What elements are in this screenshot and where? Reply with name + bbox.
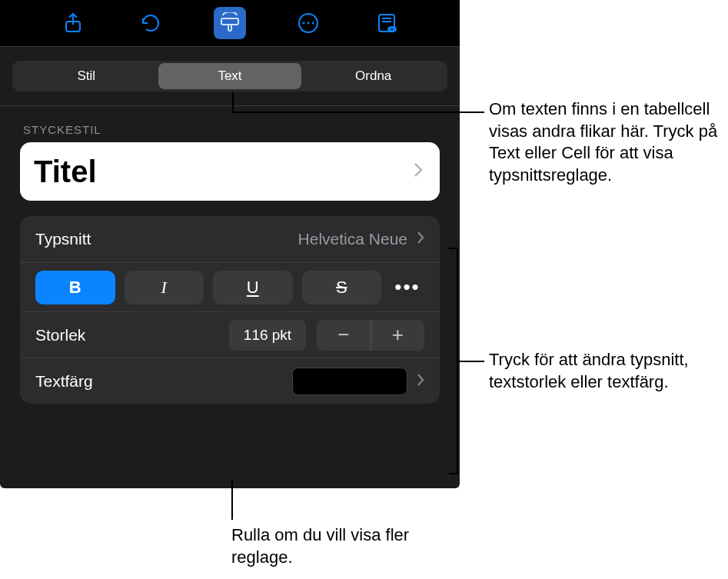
font-name-value: Helvetica Neue bbox=[298, 230, 407, 248]
format-panel: Stil Text Ordna STYCKESTIL Titel Typsnit… bbox=[0, 0, 460, 488]
text-style-buttons: B I U S ••• bbox=[20, 262, 440, 311]
more-circle-icon bbox=[297, 12, 320, 35]
callout-leader bbox=[458, 361, 484, 362]
svg-point-2 bbox=[303, 22, 305, 25]
minus-icon: − bbox=[337, 323, 349, 347]
font-size-field[interactable]: 116 pkt bbox=[229, 320, 306, 351]
svg-point-4 bbox=[312, 22, 314, 25]
bold-label: B bbox=[69, 278, 81, 298]
callout-leader bbox=[232, 111, 484, 113]
row-label: Storlek bbox=[35, 326, 218, 344]
plus-icon: + bbox=[392, 323, 404, 347]
bold-button[interactable]: B bbox=[35, 271, 115, 304]
tab-text[interactable]: Text bbox=[158, 63, 302, 89]
svg-point-7 bbox=[391, 28, 393, 30]
chevron-right-icon bbox=[417, 372, 424, 391]
row-label: Typsnitt bbox=[35, 230, 91, 248]
italic-label: I bbox=[161, 278, 167, 298]
chevron-right-icon bbox=[414, 162, 423, 181]
text-color-row[interactable]: Textfärg bbox=[20, 358, 440, 404]
more-text-options-button[interactable]: ••• bbox=[391, 271, 424, 304]
app-toolbar bbox=[0, 0, 460, 46]
ellipsis-icon: ••• bbox=[394, 275, 420, 299]
tab-label: Text bbox=[218, 68, 241, 84]
size-row: Storlek 116 pkt − + bbox=[20, 311, 440, 358]
undo-icon bbox=[140, 12, 163, 34]
format-tabs: Stil Text Ordna bbox=[12, 61, 447, 92]
text-color-swatch bbox=[292, 368, 407, 395]
divider bbox=[0, 105, 460, 106]
view-eye-icon bbox=[375, 12, 398, 35]
font-size-value: 116 pkt bbox=[244, 327, 291, 344]
chevron-right-icon bbox=[417, 230, 424, 248]
strikethrough-label: S bbox=[336, 278, 347, 298]
view-button[interactable] bbox=[371, 7, 403, 39]
undo-button[interactable] bbox=[135, 7, 168, 39]
strikethrough-button[interactable]: S bbox=[302, 271, 382, 304]
more-button[interactable] bbox=[292, 7, 324, 39]
tab-label: Stil bbox=[78, 68, 96, 84]
format-brush-icon bbox=[218, 12, 241, 34]
callout-leader bbox=[231, 480, 233, 520]
callout-bracket bbox=[449, 248, 458, 474]
section-label-styckestil: STYCKESTIL bbox=[23, 123, 437, 136]
decrease-size-button[interactable]: − bbox=[317, 320, 371, 351]
underline-button[interactable]: U bbox=[213, 271, 293, 304]
callout-leader bbox=[232, 92, 234, 111]
font-settings-card: Typsnitt Helvetica Neue B I U S ••• bbox=[20, 216, 440, 404]
tab-stil[interactable]: Stil bbox=[15, 63, 158, 89]
font-size-stepper: − + bbox=[317, 320, 424, 351]
callout-font-controls: Tryck för att ändra typsnitt, textstorle… bbox=[489, 349, 712, 393]
callout-tabs: Om texten finns i en tabellcell visas an… bbox=[489, 98, 720, 186]
tab-label: Ordna bbox=[355, 68, 391, 84]
svg-point-3 bbox=[307, 22, 310, 25]
format-button[interactable] bbox=[214, 7, 246, 39]
underline-label: U bbox=[247, 278, 259, 298]
divider bbox=[0, 46, 460, 47]
share-button[interactable] bbox=[57, 7, 89, 39]
share-icon bbox=[64, 12, 82, 34]
row-label: Textfärg bbox=[35, 372, 93, 391]
callout-scroll: Rulla om du vill visa fler reglage. bbox=[231, 524, 431, 568]
italic-button[interactable]: I bbox=[125, 271, 204, 304]
tab-ordna[interactable]: Ordna bbox=[301, 63, 445, 89]
font-row[interactable]: Typsnitt Helvetica Neue bbox=[20, 216, 440, 262]
paragraph-style-title: Titel bbox=[34, 155, 97, 189]
increase-size-button[interactable]: + bbox=[371, 320, 425, 351]
paragraph-style-row[interactable]: Titel bbox=[20, 142, 440, 201]
